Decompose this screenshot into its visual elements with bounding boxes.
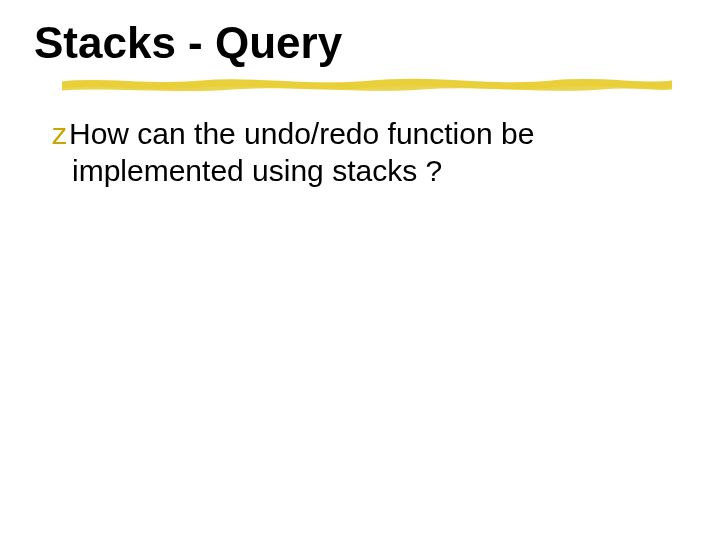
bullet-line-2: implemented using stacks ? [72, 153, 670, 190]
title-underline [62, 78, 672, 92]
bullet-item: zHow can the undo/redo function be [52, 116, 670, 153]
bullet-line-1: How can the undo/redo function be [69, 117, 534, 150]
slide-title: Stacks - Query [34, 18, 342, 68]
bullet-icon: z [52, 117, 67, 150]
slide: Stacks - Query zHow can the undo/redo fu… [0, 0, 720, 540]
body-text: zHow can the undo/redo function be imple… [52, 116, 670, 189]
